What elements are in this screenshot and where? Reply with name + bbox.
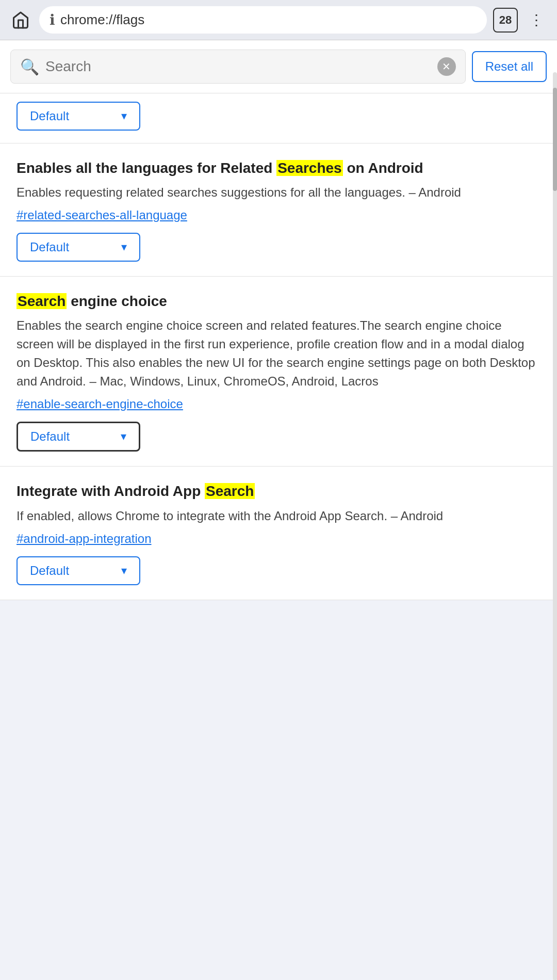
flag-item-partial: Default ▾ xyxy=(0,93,557,143)
chevron-down-icon-search-engine: ▾ xyxy=(121,430,126,443)
clear-button[interactable]: ✕ xyxy=(437,57,456,76)
flag-link-android-app[interactable]: #android-app-integration xyxy=(17,532,540,546)
flag-title-text-4: Integrate with Android App xyxy=(17,483,205,499)
dropdown-value-android-app: Default xyxy=(30,564,69,578)
dropdown-value-search-engine: Default xyxy=(30,429,70,444)
search-icon: 🔍 xyxy=(20,58,39,76)
more-options-button[interactable]: ⋮ xyxy=(524,8,549,33)
dropdown-button-android-app[interactable]: Default ▾ xyxy=(17,556,140,585)
reset-all-button[interactable]: Reset all xyxy=(472,51,547,82)
address-bar[interactable]: ℹ chrome://flags xyxy=(39,6,487,34)
flag-description-search-engine: Enables the search engine choice screen … xyxy=(17,316,540,391)
flag-item-android-app: Integrate with Android App Search If ena… xyxy=(0,467,557,600)
flags-content: Default ▾ Enables all the languages for … xyxy=(0,93,557,600)
chevron-down-icon-related: ▾ xyxy=(121,240,127,254)
url-text: chrome://flags xyxy=(60,12,144,28)
flag-title-text-2: on Android xyxy=(343,160,423,176)
dropdown-button-search-engine[interactable]: Default ▾ xyxy=(17,422,140,452)
browser-chrome: ℹ chrome://flags 28 ⋮ xyxy=(0,0,557,40)
dropdown-value-partial: Default xyxy=(30,109,69,123)
flag-item-related-searches: Enables all the languages for Related Se… xyxy=(0,143,557,277)
chevron-down-icon: ▾ xyxy=(121,109,127,123)
flag-title-android-app: Integrate with Android App Search xyxy=(17,481,540,501)
flag-title-highlight-3: Search xyxy=(205,483,255,499)
dropdown-button-related-searches[interactable]: Default ▾ xyxy=(17,233,140,262)
flag-title-search-engine-choice: Search engine choice xyxy=(17,291,540,311)
flag-item-search-engine-choice: Search engine choice Enables the search … xyxy=(0,277,557,467)
chevron-down-icon-android-app: ▾ xyxy=(121,564,127,577)
scrollbar-thumb[interactable] xyxy=(553,88,557,191)
flag-description-android-app: If enabled, allows Chrome to integrate w… xyxy=(17,507,540,525)
flag-link-related-searches[interactable]: #related-searches-all-language xyxy=(17,208,540,222)
search-input[interactable]: Search xyxy=(45,58,431,75)
home-button[interactable] xyxy=(8,8,33,33)
flag-description-related-searches: Enables requesting related searches sugg… xyxy=(17,183,540,202)
dropdown-value-related-searches: Default xyxy=(30,240,69,254)
search-input-wrapper: 🔍 Search ✕ xyxy=(10,50,466,84)
flag-title-highlight-2: Search xyxy=(17,293,67,309)
flag-title-related-searches: Enables all the languages for Related Se… xyxy=(17,158,540,178)
flag-title-text-3: engine choice xyxy=(67,293,167,309)
scrollbar[interactable] xyxy=(553,72,557,980)
tab-count-button[interactable]: 28 xyxy=(493,8,518,33)
clear-icon: ✕ xyxy=(442,60,451,73)
flag-title-highlight-1: Searches xyxy=(276,160,343,176)
search-bar-container: 🔍 Search ✕ Reset all xyxy=(0,40,557,93)
dropdown-button-partial[interactable]: Default ▾ xyxy=(17,102,140,131)
flag-link-search-engine[interactable]: #enable-search-engine-choice xyxy=(17,397,540,411)
flag-title-text-1: Enables all the languages for Related xyxy=(17,160,276,176)
info-icon: ℹ xyxy=(50,11,55,28)
